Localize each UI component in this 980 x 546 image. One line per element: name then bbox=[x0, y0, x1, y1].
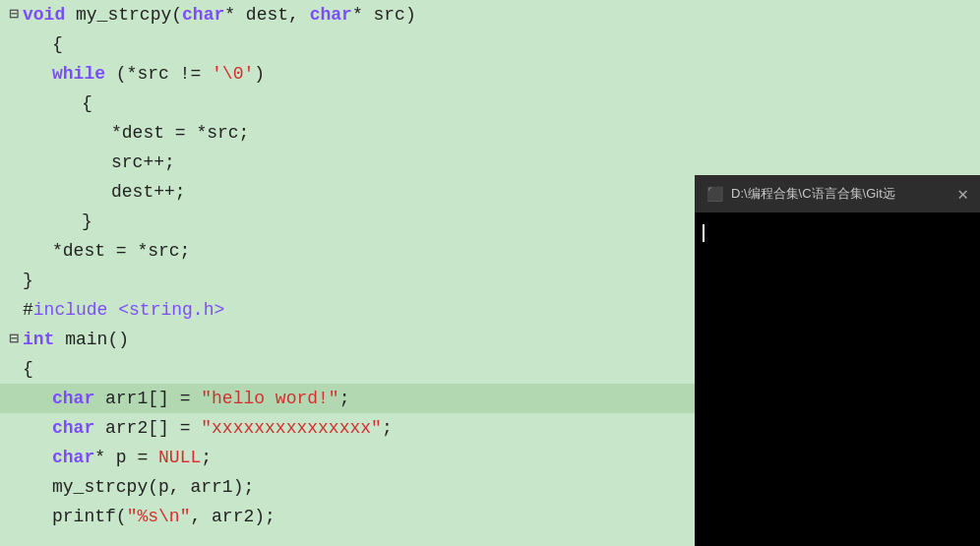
line-code: while (*src != '\0') bbox=[52, 59, 980, 89]
code-line: { bbox=[0, 89, 980, 118]
line-code: src++; bbox=[111, 148, 980, 177]
code-token: my_strcpy( bbox=[76, 5, 182, 25]
code-token: void bbox=[23, 5, 76, 25]
code-token: { bbox=[52, 34, 63, 54]
code-token: } bbox=[23, 271, 33, 290]
code-token: * dest, bbox=[224, 5, 309, 25]
line-gutter: ⊟ bbox=[5, 325, 23, 354]
code-token: '\0' bbox=[212, 64, 254, 84]
code-token: (*src != bbox=[116, 64, 212, 84]
code-token: src++; bbox=[111, 152, 175, 172]
code-token: "%s\n" bbox=[127, 507, 191, 526]
terminal-icon: ⬛ bbox=[706, 186, 723, 203]
terminal-cursor bbox=[703, 224, 704, 242]
code-token: my_strcpy(p, arr1); bbox=[52, 477, 254, 497]
fold-marker[interactable]: ⊟ bbox=[9, 0, 19, 30]
code-token: ; bbox=[382, 418, 393, 438]
code-token: char bbox=[52, 448, 94, 467]
code-token: <string.h> bbox=[118, 300, 224, 320]
code-token: # bbox=[23, 300, 33, 320]
code-token: * p = bbox=[94, 448, 158, 467]
code-token: NULL bbox=[158, 448, 201, 467]
code-token: ; bbox=[339, 389, 350, 408]
code-token: char bbox=[52, 418, 105, 438]
code-token: ) bbox=[254, 64, 265, 84]
line-code: { bbox=[82, 89, 980, 118]
code-token: *dest = *src; bbox=[52, 241, 190, 261]
code-token: *dest = *src; bbox=[111, 123, 249, 143]
code-token: char bbox=[52, 389, 105, 408]
code-token: main() bbox=[65, 330, 129, 349]
code-token: "hello word!" bbox=[201, 389, 338, 408]
code-token: } bbox=[82, 212, 92, 231]
code-token: ; bbox=[201, 448, 212, 467]
code-token: dest++; bbox=[111, 182, 186, 202]
code-token: arr2[] = bbox=[105, 418, 201, 438]
code-line: *dest = *src; bbox=[0, 118, 980, 148]
code-token: include bbox=[33, 300, 118, 320]
code-token: int bbox=[23, 330, 65, 349]
code-line: while (*src != '\0') bbox=[0, 59, 980, 89]
code-token: , arr2); bbox=[190, 507, 275, 526]
fold-marker[interactable]: ⊟ bbox=[9, 325, 19, 354]
line-code: void my_strcpy(char* dest, char* src) bbox=[23, 0, 980, 30]
terminal-title-left: ⬛ D:\编程合集\C语言合集\Git远 bbox=[706, 185, 895, 203]
code-token: char bbox=[310, 5, 352, 25]
code-editor: ⊟void my_strcpy(char* dest, char* src){w… bbox=[0, 0, 980, 546]
terminal-title-text: D:\编程合集\C语言合集\Git远 bbox=[731, 185, 895, 203]
code-token: while bbox=[52, 64, 116, 84]
code-token: { bbox=[23, 359, 33, 379]
code-token: { bbox=[82, 93, 92, 113]
terminal-close-button[interactable]: ✕ bbox=[957, 183, 968, 205]
terminal-body[interactable] bbox=[695, 212, 980, 546]
code-line: { bbox=[0, 30, 980, 59]
terminal-window[interactable]: ⬛ D:\编程合集\C语言合集\Git远 ✕ bbox=[695, 175, 980, 546]
terminal-titlebar: ⬛ D:\编程合集\C语言合集\Git远 ✕ bbox=[695, 175, 980, 212]
line-code: *dest = *src; bbox=[111, 118, 980, 148]
code-line: src++; bbox=[0, 148, 980, 177]
code-token: * src) bbox=[352, 5, 416, 25]
code-token: printf( bbox=[52, 507, 127, 526]
code-token: char bbox=[182, 5, 224, 25]
line-gutter: ⊟ bbox=[5, 0, 23, 30]
line-code: { bbox=[52, 30, 980, 59]
code-token: "xxxxxxxxxxxxxxx" bbox=[201, 418, 382, 438]
code-token: arr1[] = bbox=[105, 389, 201, 408]
code-line: ⊟void my_strcpy(char* dest, char* src) bbox=[0, 0, 980, 30]
